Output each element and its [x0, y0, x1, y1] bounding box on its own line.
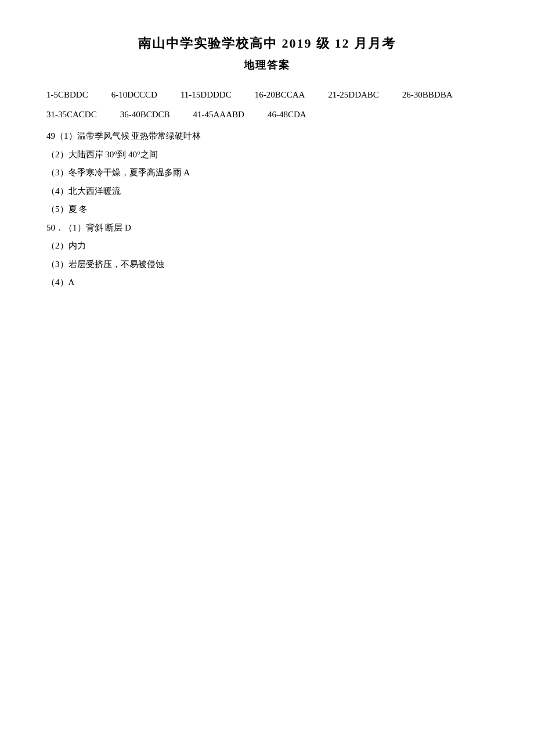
answer-row: 1-5CBDDC6-10DCCCD11-15DDDDC16-20BCCAA21-…: [46, 86, 488, 105]
answer-item: 11-15DDDDC: [181, 86, 232, 105]
answer-item: 1-5CBDDC: [46, 86, 88, 105]
objective-answers: 1-5CBDDC6-10DCCCD11-15DDDDC16-20BCCAA21-…: [46, 86, 488, 124]
question-49: 49（1）温带季风气候 亚热带常绿硬叶林（2）大陆西岸 30°到 40°之间（3…: [46, 127, 488, 219]
page-subtitle: 地理答案: [46, 58, 488, 72]
answer-row: 31-35CACDC36-40BCDCB41-45AAABD46-48CDA: [46, 106, 488, 124]
subj-line: （3）冬季寒冷干燥，夏季高温多雨 A: [46, 164, 488, 182]
answer-item: 41-45AAABD: [193, 106, 244, 124]
answer-item: 21-25DDABC: [328, 86, 379, 105]
subj-line: （4）北大西洋暖流: [46, 182, 488, 201]
answer-item: 6-10DCCCD: [111, 86, 157, 105]
subjective-answers: 49（1）温带季风气候 亚热带常绿硬叶林（2）大陆西岸 30°到 40°之间（3…: [46, 127, 488, 292]
answer-item: 31-35CACDC: [46, 106, 97, 124]
answer-item: 16-20BCCAA: [255, 86, 305, 105]
subj-line: （2）内力: [46, 237, 488, 255]
subj-line: 49（1）温带季风气候 亚热带常绿硬叶林: [46, 127, 488, 146]
subj-line: 50．（1）背斜 断层 D: [46, 219, 488, 237]
question-50: 50．（1）背斜 断层 D（2）内力（3）岩层受挤压，不易被侵蚀（4）A: [46, 219, 488, 292]
subj-line: （3）岩层受挤压，不易被侵蚀: [46, 255, 488, 274]
subj-line: （4）A: [46, 273, 488, 292]
answer-item: 26-30BBDBA: [402, 86, 453, 105]
answer-item: 46-48CDA: [268, 106, 306, 124]
answer-item: 36-40BCDCB: [120, 106, 170, 124]
subj-line: （2）大陆西岸 30°到 40°之间: [46, 146, 488, 164]
subj-line: （5）夏 冬: [46, 200, 488, 219]
page-title: 南山中学实验学校高中 2019 级 12 月月考: [46, 35, 488, 52]
